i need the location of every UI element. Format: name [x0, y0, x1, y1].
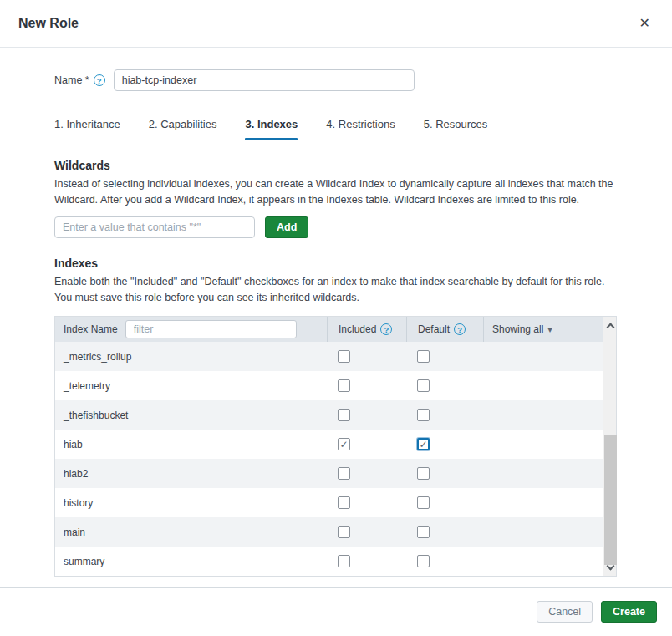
cancel-button[interactable]: Cancel — [537, 601, 593, 623]
name-row: Name * ? — [54, 69, 617, 91]
index-name-cell: main — [55, 527, 327, 538]
default-checkbox[interactable] — [417, 526, 430, 538]
table-scrollbar[interactable] — [603, 317, 616, 576]
default-checkbox[interactable] — [417, 350, 430, 363]
filter-input[interactable] — [125, 320, 297, 338]
default-checkbox[interactable] — [417, 379, 430, 392]
default-checkbox[interactable] — [417, 409, 430, 421]
table-body: _metrics_rollup _telemetry _thefishbucke… — [55, 342, 603, 576]
included-header-label: Included — [339, 323, 376, 335]
included-checkbox[interactable] — [338, 467, 350, 480]
column-header-included: Included ? — [327, 317, 406, 342]
table-row: hiab ✓ ✓ — [55, 430, 603, 459]
tab-bar: 1. Inheritance2. Capabilities3. Indexes4… — [54, 118, 617, 140]
index-name-header-label: Index Name — [64, 323, 118, 335]
name-help-icon[interactable]: ? — [94, 74, 105, 86]
included-checkbox[interactable] — [338, 555, 350, 567]
included-help-icon[interactable]: ? — [380, 323, 392, 335]
table-row: main — [55, 517, 603, 547]
tab-inheritance[interactable]: 1. Inheritance — [54, 118, 120, 140]
tab-indexes[interactable]: 3. Indexes — [245, 118, 298, 140]
table-row: _thefishbucket — [55, 400, 603, 430]
table-row: _telemetry — [55, 371, 603, 400]
showing-all-label: Showing all — [492, 323, 543, 335]
column-header-default: Default ? — [406, 317, 483, 342]
table-row: _metrics_rollup — [55, 342, 603, 371]
dialog-footer: Cancel Create — [537, 601, 657, 623]
close-icon[interactable]: ✕ — [636, 13, 654, 33]
index-name-cell: _thefishbucket — [55, 410, 327, 421]
index-name-cell: summary — [55, 556, 327, 567]
create-button[interactable]: Create — [601, 601, 657, 623]
default-help-icon[interactable]: ? — [454, 323, 466, 335]
wildcard-row: Add — [54, 216, 617, 238]
dialog-header: New Role ✕ — [0, 0, 672, 48]
tab-capabilities[interactable]: 2. Capabilities — [149, 118, 217, 140]
default-checkbox[interactable] — [417, 555, 430, 567]
included-checkbox[interactable] — [338, 526, 350, 538]
scrollbar-thumb[interactable] — [604, 435, 617, 565]
scroll-up-icon[interactable] — [603, 318, 617, 332]
chevron-down-icon: ▾ — [547, 325, 552, 334]
included-checkbox[interactable] — [338, 496, 350, 509]
table-row: history — [55, 488, 603, 517]
tab-restrictions[interactable]: 4. Restrictions — [326, 118, 395, 140]
name-label: Name * — [54, 74, 89, 86]
indexes-heading: Indexes — [54, 257, 617, 270]
table-row: summary — [55, 547, 603, 576]
wildcard-input[interactable] — [54, 216, 255, 238]
showing-all-dropdown[interactable]: Showing all ▾ — [483, 317, 603, 342]
index-name-cell: hiab — [55, 439, 327, 450]
included-checkbox[interactable] — [338, 379, 350, 392]
included-checkbox[interactable]: ✓ — [338, 438, 350, 450]
index-name-cell: _telemetry — [55, 380, 327, 392]
included-checkbox[interactable] — [338, 409, 350, 421]
tab-resources[interactable]: 5. Resources — [424, 118, 488, 140]
included-checkbox[interactable] — [338, 350, 350, 363]
name-field[interactable] — [114, 69, 415, 91]
footer-divider — [0, 587, 672, 588]
column-header-index-name: Index Name — [55, 317, 327, 342]
add-button[interactable]: Add — [265, 216, 308, 238]
indexes-description: Enable both the "Included" and "Default"… — [54, 274, 617, 306]
index-name-cell: _metrics_rollup — [55, 351, 327, 363]
index-name-cell: hiab2 — [55, 468, 327, 480]
page-title: New Role — [18, 16, 79, 31]
scroll-down-icon[interactable] — [603, 561, 617, 574]
default-checkbox[interactable] — [417, 496, 430, 509]
default-header-label: Default — [418, 323, 450, 335]
indexes-table: Index Name Included ? Default ? Showing … — [54, 316, 617, 577]
wildcards-heading: Wildcards — [54, 159, 617, 172]
default-checkbox[interactable]: ✓ — [417, 438, 430, 450]
table-header: Index Name Included ? Default ? Showing … — [55, 317, 603, 342]
table-row: hiab2 — [55, 459, 603, 488]
wildcards-description: Instead of selecting individual indexes,… — [54, 176, 617, 208]
default-checkbox[interactable] — [417, 467, 430, 480]
dialog-body: Name * ? 1. Inheritance2. Capabilities3.… — [0, 69, 672, 577]
index-name-cell: history — [55, 497, 327, 509]
table-main: Index Name Included ? Default ? Showing … — [55, 317, 603, 576]
